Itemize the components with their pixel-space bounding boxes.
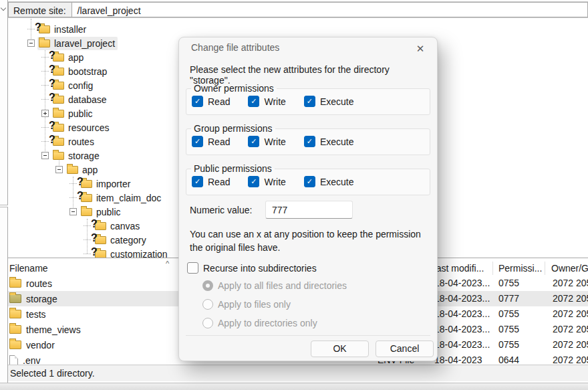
permission-checkbox[interactable]: ✓ Write — [248, 176, 285, 187]
remote-site-path-field[interactable]: /laravel_project — [72, 2, 588, 17]
folder-icon — [53, 152, 64, 160]
checkbox-checked-icon[interactable]: ✓ — [248, 96, 259, 107]
file-modified: 18-04-2023 — [434, 355, 482, 365]
question-mark-icon: ? — [49, 78, 55, 89]
permission-checkboxes: ✓ Read ✓ Write ✓ Execute — [186, 134, 430, 147]
recurse-checkbox[interactable]: Recurse into subdirectories — [187, 262, 317, 274]
ok-button[interactable]: OK — [311, 340, 369, 357]
radio-icon[interactable] — [202, 318, 213, 328]
question-mark-icon: ? — [77, 191, 84, 201]
remote-site-bar: Remote site: /laravel_project — [8, 1, 588, 18]
apply-option-radio[interactable]: Apply to files only — [202, 299, 291, 310]
file-owner: 2072 205 — [553, 339, 588, 350]
column-header-owner[interactable]: Owner/G... — [551, 263, 588, 274]
file-permissions: 0777 — [498, 293, 519, 304]
column-divider[interactable] — [545, 262, 545, 275]
tree-expander[interactable] — [84, 239, 91, 240]
radio-icon[interactable] — [202, 280, 213, 291]
tree-item-label: category — [110, 235, 146, 246]
checkbox-checked-icon[interactable]: ✓ — [192, 176, 203, 187]
file-name: vendor — [26, 340, 55, 351]
column-header-modified[interactable]: Last modifi... — [431, 263, 484, 274]
cancel-button[interactable]: Cancel — [376, 340, 434, 357]
permission-checkbox[interactable]: ✓ Write — [248, 96, 285, 107]
permission-checkboxes: ✓ Read ✓ Write ✓ Execute — [186, 94, 430, 107]
column-header-filename[interactable]: Filename — [9, 263, 48, 274]
apply-option-radio[interactable]: Apply to directories only — [202, 318, 317, 328]
permission-group: Group permissions ✓ Read ✓ Write ✓ Execu… — [186, 123, 430, 155]
permission-checkbox[interactable]: ✓ Read — [192, 136, 230, 147]
tree-expander[interactable] — [41, 127, 49, 128]
checkbox-checked-icon[interactable]: ✓ — [304, 136, 315, 147]
queue-panel-edge — [0, 383, 588, 390]
column-header-permissions[interactable]: Permissi... — [498, 263, 542, 274]
tree-expander[interactable] — [41, 141, 49, 142]
tree-expander[interactable] — [27, 39, 35, 47]
file-name: theme_views — [26, 324, 81, 335]
numeric-value-label: Numeric value: — [190, 205, 252, 215]
checkbox-checked-icon[interactable]: ✓ — [304, 96, 315, 107]
permission-checkbox[interactable]: ✓ Write — [248, 136, 285, 147]
close-icon[interactable]: ✕ — [413, 41, 428, 56]
tree-expander[interactable] — [55, 166, 63, 173]
checkbox-checked-icon[interactable]: ✓ — [248, 176, 259, 187]
file-permissions: 0644 — [498, 355, 519, 365]
checkbox-checked-icon[interactable]: ✓ — [192, 96, 203, 107]
folder-icon: ? — [53, 68, 64, 76]
checkbox-unchecked-icon[interactable] — [187, 262, 198, 274]
folder-icon: ? — [95, 236, 106, 244]
file-modified: 18-04-2023... — [434, 324, 490, 334]
tree-item-label: installer — [54, 24, 86, 35]
tree-item-label: canvas — [110, 221, 140, 231]
question-mark-icon: ? — [91, 219, 98, 229]
row-icon — [9, 310, 21, 318]
permission-group-label: Public permissions — [191, 163, 275, 174]
column-divider[interactable] — [492, 262, 493, 275]
radio-label: Apply to directories only — [218, 318, 317, 328]
tree-item-label: public — [96, 207, 121, 217]
tree-expander[interactable] — [41, 85, 49, 86]
folder-icon — [53, 110, 64, 118]
permission-group-label: Owner permissions — [191, 83, 277, 94]
tree-item[interactable]: ? installer — [8, 22, 588, 36]
tree-item-label: item_claim_doc — [96, 193, 161, 203]
permission-checkbox[interactable]: ✓ Read — [192, 176, 230, 187]
tree-expander[interactable] — [69, 197, 77, 198]
file-permissions: 0755 — [498, 278, 519, 288]
radio-icon[interactable] — [202, 299, 213, 310]
tree-expander[interactable] — [41, 99, 49, 100]
file-owner: 2072 205 — [553, 293, 588, 304]
tree-expander[interactable] — [41, 57, 49, 58]
tree-expander[interactable] — [84, 225, 91, 226]
tree-expander[interactable] — [41, 152, 49, 159]
question-mark-icon: ? — [49, 134, 55, 145]
tree-expander[interactable] — [41, 71, 49, 72]
checkbox-label: Execute — [320, 177, 354, 187]
question-mark-icon: ? — [35, 22, 41, 33]
apply-option-radio[interactable]: Apply to all files and directories — [202, 280, 347, 291]
folder-icon: ? — [81, 180, 92, 188]
folder-icon: ? — [53, 54, 64, 62]
permission-checkbox[interactable]: ✓ Execute — [304, 136, 354, 147]
checkbox-checked-icon[interactable]: ✓ — [192, 136, 203, 147]
checkbox-checked-icon[interactable]: ✓ — [248, 136, 259, 147]
checkbox-label: Write — [264, 96, 285, 107]
tree-expander[interactable] — [84, 254, 91, 254]
file-permissions: 0755 — [498, 324, 519, 334]
tree-expander[interactable] — [69, 183, 77, 184]
checkbox-label: Read — [208, 136, 230, 147]
permission-group: Owner permissions ✓ Read ✓ Write ✓ Execu… — [186, 83, 430, 115]
tree-expander[interactable] — [69, 208, 77, 215]
file-name: storage — [26, 294, 57, 304]
question-mark-icon: ? — [91, 233, 98, 243]
permission-checkbox[interactable]: ✓ Read — [192, 96, 230, 107]
checkbox-checked-icon[interactable]: ✓ — [304, 176, 315, 187]
file-name: tests — [26, 309, 46, 320]
recurse-label: Recurse into subdirectories — [203, 263, 317, 274]
permission-checkbox[interactable]: ✓ Execute — [304, 96, 354, 107]
tree-expander[interactable] — [41, 110, 49, 117]
numeric-value-input[interactable] — [265, 201, 353, 219]
permission-checkbox[interactable]: ✓ Execute — [304, 176, 354, 187]
chevron-down-icon — [1, 5, 6, 10]
tree-expander[interactable] — [27, 29, 35, 29]
